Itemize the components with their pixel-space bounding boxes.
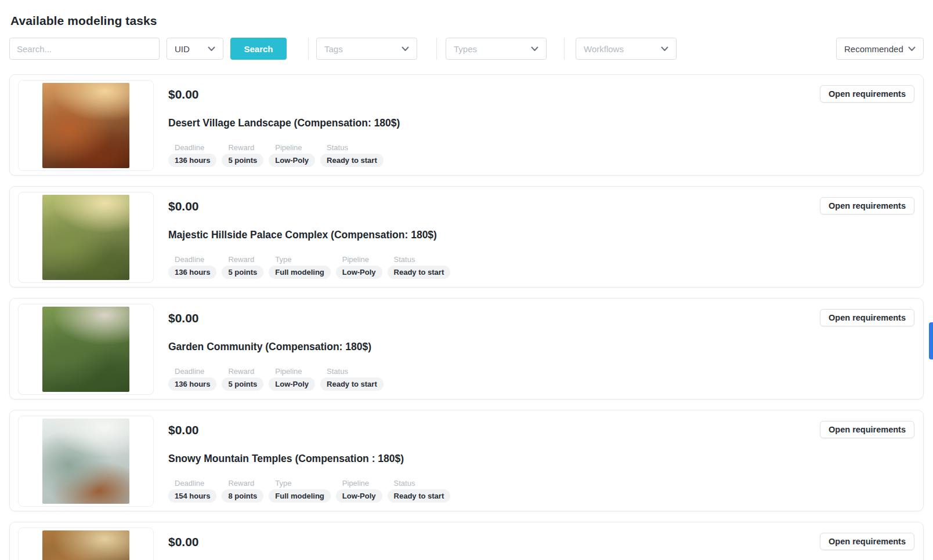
meta-value-pill: 5 points (222, 377, 263, 391)
task-meta-deadline: Deadline154 hours (168, 479, 216, 503)
task-title: Desert Village Landscape (Compensation: … (168, 117, 923, 129)
open-requirements-button[interactable]: Open requirements (820, 533, 914, 550)
task-price: $0.00 (168, 88, 923, 101)
filter-divider (436, 38, 437, 60)
meta-value-pill: Ready to start (320, 154, 384, 167)
meta-value-pill: Full modeling (269, 266, 331, 279)
task-card-body: $0.00 (154, 522, 923, 560)
chevron-down-icon (208, 46, 215, 52)
meta-value-pill: 8 points (222, 489, 263, 503)
task-thumbnail-frame (18, 416, 154, 507)
open-requirements-button[interactable]: Open requirements (820, 85, 914, 103)
open-requirements-button[interactable]: Open requirements (820, 309, 914, 326)
meta-label: Type (275, 479, 331, 488)
meta-value-pill: Low-Poly (269, 377, 315, 391)
task-meta-pipeline: PipelineLow-Poly (336, 479, 382, 503)
chevron-down-icon (402, 46, 409, 52)
meta-label: Deadline (175, 143, 216, 152)
task-thumbnail-frame (18, 304, 154, 395)
task-card: $0.00 Garden Community (Compensation: 18… (9, 298, 924, 399)
meta-value-pill: 5 points (222, 154, 263, 167)
meta-label: Deadline (175, 367, 216, 376)
chevron-down-icon (531, 46, 538, 52)
task-card-body: $0.00 Desert Village Landscape (Compensa… (154, 75, 923, 175)
available-tasks-page: Available modeling tasks UID Search Tags… (0, 0, 933, 560)
task-card: $0.00 Desert Village Landscape (Compensa… (9, 74, 924, 176)
workflows-select-placeholder: Workflows (584, 44, 624, 54)
meta-value-pill: Ready to start (320, 377, 384, 391)
meta-label: Pipeline (342, 255, 382, 264)
meta-label: Reward (228, 479, 263, 488)
meta-value-pill: Low-Poly (336, 489, 382, 503)
meta-label: Pipeline (275, 367, 315, 376)
meta-label: Deadline (175, 255, 216, 264)
task-card-body: $0.00 Snowy Mountain Temples (Compensati… (154, 410, 923, 511)
meta-label: Pipeline (275, 143, 315, 152)
sort-select[interactable]: Recommended (836, 38, 924, 60)
meta-label: Status (394, 255, 451, 264)
meta-value-pill: Full modeling (269, 489, 331, 503)
tags-select[interactable]: Tags (316, 38, 417, 60)
uid-select-value: UID (175, 44, 190, 54)
task-card-body: $0.00 Majestic Hillside Palace Complex (… (154, 187, 923, 287)
chevron-down-icon (661, 46, 668, 52)
meta-value-pill: Ready to start (388, 489, 451, 503)
meta-label: Status (394, 479, 451, 488)
search-button[interactable]: Search (230, 38, 287, 60)
task-title: Snowy Mountain Temples (Compensation : 1… (168, 452, 923, 465)
task-meta-row: Deadline136 hoursReward5 pointsPipelineL… (168, 367, 923, 391)
task-price: $0.00 (168, 535, 923, 549)
task-list: $0.00 Desert Village Landscape (Compensa… (9, 74, 924, 560)
task-meta-row: Deadline136 hoursReward5 pointsPipelineL… (168, 143, 923, 167)
meta-label: Reward (228, 143, 263, 152)
meta-value-pill: 136 hours (168, 154, 216, 167)
types-select-placeholder: Types (454, 44, 477, 54)
task-thumbnail-image[interactable] (42, 419, 129, 504)
types-select[interactable]: Types (446, 38, 547, 60)
filter-bar: UID Search Tags Types Workflows (9, 38, 924, 60)
meta-label: Status (327, 143, 384, 152)
task-meta-row: Deadline136 hoursReward5 pointsTypeFull … (168, 255, 923, 279)
task-thumbnail-image[interactable] (42, 83, 129, 168)
task-price: $0.00 (168, 311, 923, 325)
task-meta-pipeline: PipelineLow-Poly (336, 255, 382, 279)
meta-label: Reward (228, 367, 263, 376)
task-thumbnail-image[interactable] (42, 530, 129, 560)
meta-value-pill: 5 points (222, 266, 263, 279)
search-input[interactable] (9, 38, 160, 60)
task-thumbnail-image[interactable] (42, 195, 129, 280)
task-card: $0.00 Open requirements (9, 522, 924, 560)
task-meta-pipeline: PipelineLow-Poly (269, 367, 315, 391)
meta-value-pill: Low-Poly (269, 154, 315, 167)
task-meta-reward: Reward5 points (222, 367, 263, 391)
meta-value-pill: Ready to start (388, 266, 451, 279)
uid-select[interactable]: UID (167, 38, 223, 60)
task-meta-row: Deadline154 hoursReward8 pointsTypeFull … (168, 479, 923, 503)
task-meta-reward: Reward8 points (222, 479, 263, 503)
filter-divider (308, 38, 309, 60)
filter-divider (564, 38, 565, 60)
task-thumbnail-frame (18, 192, 154, 283)
task-title: Garden Community (Compensation: 180$) (168, 340, 923, 353)
task-title: Majestic Hillside Palace Complex (Compen… (168, 228, 923, 241)
task-meta-pipeline: PipelineLow-Poly (269, 143, 315, 167)
meta-label: Status (327, 367, 384, 376)
open-requirements-button[interactable]: Open requirements (820, 421, 914, 438)
meta-value-pill: 136 hours (168, 266, 216, 279)
meta-value-pill: Low-Poly (336, 266, 382, 279)
task-thumbnail-frame (18, 80, 154, 171)
task-card: $0.00 Snowy Mountain Temples (Compensati… (9, 410, 924, 511)
tags-select-placeholder: Tags (324, 44, 343, 54)
task-meta-type: TypeFull modeling (269, 479, 331, 503)
meta-label: Reward (228, 255, 263, 264)
task-thumbnail-image[interactable] (42, 307, 129, 392)
task-price: $0.00 (168, 423, 923, 437)
scrollbar-thumb[interactable] (929, 322, 933, 359)
meta-label: Deadline (175, 479, 216, 488)
meta-value-pill: 154 hours (168, 489, 216, 503)
task-meta-type: TypeFull modeling (269, 255, 331, 279)
open-requirements-button[interactable]: Open requirements (820, 197, 914, 214)
meta-value-pill: 136 hours (168, 377, 216, 391)
workflows-select[interactable]: Workflows (576, 38, 677, 60)
task-meta-reward: Reward5 points (222, 143, 263, 167)
